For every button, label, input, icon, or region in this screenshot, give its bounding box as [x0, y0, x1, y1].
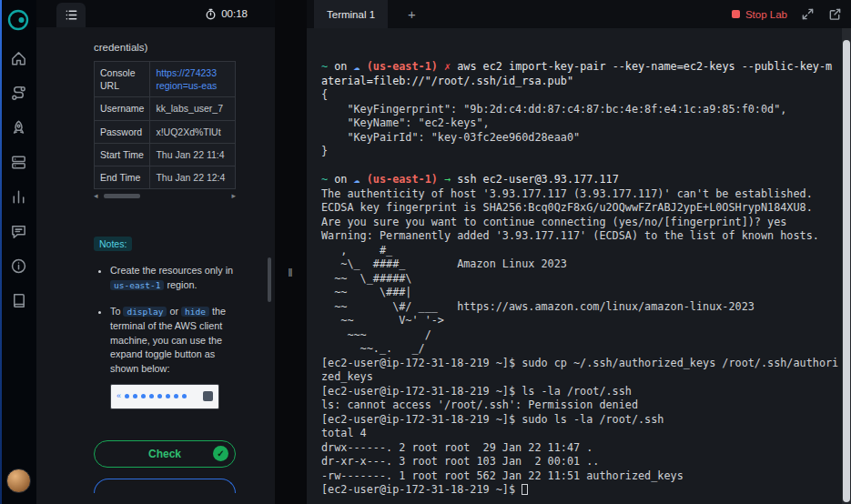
notes-label: Notes: — [94, 237, 132, 251]
screenshot-chevrons: « — [117, 392, 121, 400]
terminal-line: [ec2-user@ip-172-31-18-219 ~]$ sudo cp ~… — [321, 357, 842, 371]
credentials-row: Console URLhttps://274233region=us-eas — [95, 62, 236, 97]
check-button-label: Check — [148, 448, 181, 460]
terminal-line: [ec2-user@ip-172-31-18-219 ~]$ — [321, 483, 842, 498]
panel-resize-handle[interactable]: ‖ — [288, 266, 293, 279]
credential-label: Password — [95, 120, 150, 143]
inline-code-badge: us-east-1 — [110, 280, 164, 290]
note-text: or — [167, 306, 181, 317]
terminal-line: "KeyPairId": "key-03fc2ee960d28eaa0" — [321, 131, 842, 146]
terminal-line: The authenticity of host '3.93.177.117 (… — [321, 187, 842, 202]
hscroll-left-arrow-icon[interactable]: ◂ — [94, 192, 98, 200]
terminal-topbar: Terminal 1 + Stop Lab — [307, 0, 851, 28]
lab-timer: 00:18 — [205, 0, 248, 27]
screenshot-dot — [157, 394, 162, 398]
lab-panel-body: credentials) Console URLhttps://274233re… — [36, 27, 275, 504]
terminal-line: ~~ V~' '-> — [321, 314, 842, 328]
inline-code-badge: hide — [181, 307, 209, 317]
check-badge-icon: ✓ — [213, 446, 228, 461]
lab-panel-topbar: 00:18 — [36, 0, 275, 27]
screenshot-dot — [182, 394, 187, 398]
terminal-line: "KeyFingerprint": "9b:2d:c4:dd:87:c4:87:… — [321, 103, 842, 117]
credential-label: Username — [95, 97, 150, 120]
left-accent-edge — [0, 0, 2, 504]
terminal-line: ECDSA key fingerprint is SHA256:Bcq0QzF8… — [321, 201, 842, 216]
screenshot-dot — [133, 394, 137, 398]
library-icon[interactable] — [10, 292, 27, 309]
terminal-screen[interactable]: ~ on ☁ (us-east-1) ✗ aws ec2 import-key-… — [307, 28, 842, 504]
learning-path-icon[interactable] — [10, 85, 27, 102]
stats-icon[interactable] — [10, 188, 27, 206]
terminal-line: zed_keys — [321, 370, 842, 385]
stop-lab-button[interactable]: Stop Lab — [732, 9, 787, 20]
terminal-line: drwx------. 2 root root 29 Jan 22 11:47 … — [321, 441, 842, 456]
credential-value-link[interactable]: https://274233region=us-eas — [150, 62, 236, 97]
terminal-line: ~~ \#/ ___ https://aws.amazon.com/linux/… — [321, 300, 842, 315]
terminal-panel: Terminal 1 + Stop Lab ~ on ☁ (us-east-1)… — [307, 0, 851, 504]
lab-panel-vscroll-thumb[interactable] — [268, 257, 271, 302]
expand-terminal-icon[interactable] — [801, 7, 815, 21]
terminal-line: ls: cannot access '/root/.ssh': Permissi… — [321, 398, 842, 413]
terminal-line: dr-xr-x---. 3 root root 103 Jan 2 00:01 … — [321, 455, 842, 469]
terminal-line: [ec2-user@ip-172-31-18-219 ~]$ ls -la /r… — [321, 385, 842, 399]
lab-steps-tab[interactable] — [56, 3, 86, 27]
terminal-line: Warning: Permanently added '3.93.177.117… — [321, 229, 842, 244]
terminal-line: { — [321, 88, 842, 103]
terminal-cursor — [522, 484, 528, 495]
lab-panel: 00:18 credentials) Console URLhttps://27… — [36, 0, 275, 504]
note-text: To — [110, 306, 123, 317]
terminal-line: ~\_ ####_ Amazon Linux 2023 — [321, 257, 842, 272]
note-text: Create the resources only in — [110, 265, 233, 276]
terminal-line: } — [321, 145, 842, 159]
screenshot-dot — [125, 394, 129, 398]
terminal-line: ~~~ / — [321, 328, 842, 343]
terminal-line — [321, 159, 842, 174]
terminal-line: "KeyName": "ec2-keys", — [321, 116, 842, 131]
credentials-row: Passwordx!UQ2Xd%TlUt — [95, 120, 236, 143]
hscroll-track — [102, 194, 228, 198]
terminal-line: ~~ \###| — [321, 286, 842, 300]
open-in-new-icon[interactable] — [828, 7, 842, 21]
screenshot-dot — [174, 394, 178, 398]
terminal-tab-label: Terminal 1 — [327, 9, 375, 20]
feedback-icon[interactable] — [10, 223, 27, 240]
new-terminal-button[interactable]: + — [408, 6, 416, 22]
credentials-row: Start TimeThu Jan 22 11:4 — [95, 143, 236, 166]
screenshot-dot — [141, 394, 146, 398]
terminal-scrollbar-track — [842, 28, 851, 504]
stopwatch-icon — [205, 8, 217, 20]
terminal-line: aterial=fileb://"/root/.ssh/id_rsa.pub" — [321, 75, 842, 89]
user-avatar[interactable] — [6, 469, 31, 493]
terminal-line: Are you sure you want to continue connec… — [321, 216, 842, 230]
credentials-table: Console URLhttps://274233region=us-easUs… — [94, 61, 236, 189]
hscroll-right-arrow-icon[interactable]: ▸ — [231, 192, 236, 200]
terminal-line: -rw-------. 1 root root 562 Jan 22 11:51… — [321, 469, 842, 484]
credential-value: x!UQ2Xd%TlUt — [150, 120, 236, 143]
terminal-line: ~~ \_#####\ — [321, 272, 842, 287]
stop-lab-label: Stop Lab — [745, 9, 787, 20]
credentials-hscrollbar: ◂ ▸ — [94, 192, 236, 200]
secondary-button-partial[interactable] — [94, 479, 236, 493]
home-icon[interactable] — [10, 50, 27, 67]
note-item: Create the resources only in us-east-1 r… — [110, 264, 239, 292]
note-item: To display or hide the terminal of the A… — [110, 305, 239, 408]
check-button[interactable]: Check ✓ — [94, 440, 236, 468]
credential-label: Console URL — [95, 62, 150, 97]
credential-value: Thu Jan 22 12:4 — [150, 166, 236, 188]
terminal-line: ~ on ☁ (us-east-1) → ssh ec2-user@3.93.1… — [321, 173, 842, 187]
server-icon[interactable] — [10, 154, 27, 171]
note-text: region. — [164, 279, 197, 290]
credentials-heading-fragment: credentials) — [94, 42, 275, 53]
terminal-scrollbar-thumb[interactable] — [843, 40, 850, 502]
terminal-tab-1[interactable]: Terminal 1 — [314, 0, 388, 28]
terminal-line: ~~._. _/ — [321, 342, 842, 357]
credential-value: Thu Jan 22 11:4 — [150, 143, 236, 166]
rocket-icon[interactable] — [10, 119, 27, 136]
info-icon[interactable] — [10, 257, 27, 275]
terminal-line: ~ on ☁ (us-east-1) ✗ aws ec2 import-key-… — [321, 60, 842, 75]
terminal-controls: Stop Lab — [732, 0, 842, 28]
credentials-row: Usernamekk_labs_user_7 — [95, 97, 236, 120]
hscroll-thumb[interactable] — [104, 194, 140, 198]
platform-logo-icon[interactable] — [6, 8, 30, 32]
expand-toggle-screenshot: « — [110, 384, 219, 409]
